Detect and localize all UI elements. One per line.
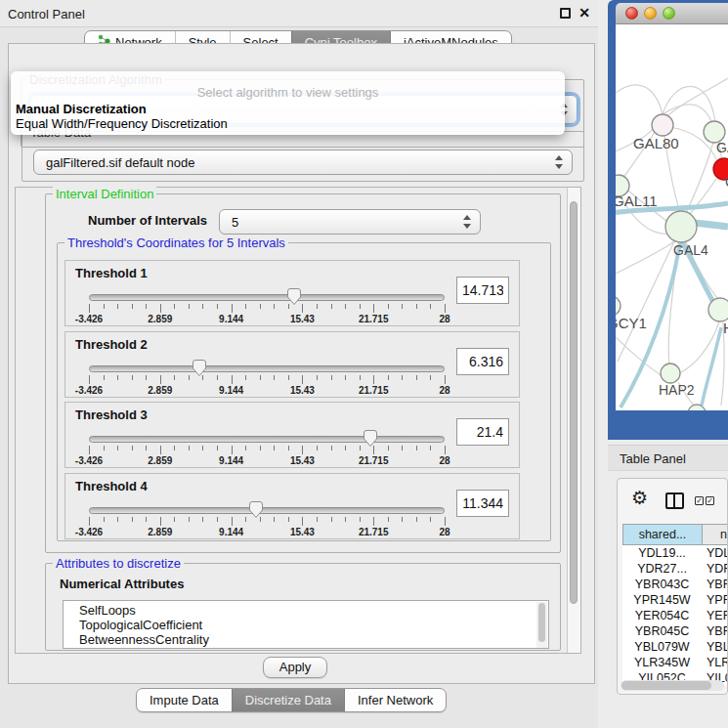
checkbox-icon[interactable]: ✓ <box>695 496 704 505</box>
network-edge[interactable] <box>666 78 728 117</box>
attribute-list-item[interactable]: SelfLoops <box>64 603 548 618</box>
network-view-window: GAL80GACGAL11GAL4GCY1HHAP2 <box>608 0 728 440</box>
network-node-hap2[interactable] <box>661 364 680 383</box>
threshold-1-slider-track[interactable] <box>89 294 445 301</box>
network-node-h[interactable] <box>708 298 728 321</box>
threshold-4-box: Threshold 4-3.4262.8599.14415.4321.71528 <box>64 473 520 539</box>
tick-mark <box>89 375 90 384</box>
network-window-titlebar[interactable] <box>616 3 728 24</box>
attribute-list-item[interactable]: TopologicalCoefficient <box>64 618 548 632</box>
threshold-2-slider-track[interactable] <box>89 365 445 372</box>
table-row[interactable]: YPR145WYPR1 <box>622 592 728 608</box>
tick-label: 21.715 <box>359 385 389 396</box>
zoom-traffic-light-icon[interactable] <box>663 7 675 20</box>
tick-mark <box>174 446 175 450</box>
tick-mark <box>416 517 417 522</box>
combo-stepper-icon[interactable] <box>462 215 471 229</box>
tick-label: 15.43 <box>290 385 315 396</box>
column-header-name[interactable]: na <box>702 524 728 545</box>
table-row[interactable]: YBR045CYBR0 <box>622 623 728 639</box>
table-row[interactable]: YDR27...YDR2 <box>622 561 728 577</box>
node-label: H <box>723 320 728 336</box>
network-edge[interactable] <box>616 241 674 274</box>
table-row[interactable]: YBR043CYBR0 <box>622 577 728 592</box>
tick-mark <box>245 517 246 522</box>
threshold-3-value-field[interactable] <box>456 418 509 446</box>
tick-label: -3.426 <box>75 314 103 324</box>
tab-impute-data[interactable]: Impute Data <box>137 689 232 711</box>
tick-mark <box>89 304 90 313</box>
attributes-list-scrollbar[interactable] <box>536 602 547 649</box>
cell-shared-name: YBL079W <box>622 639 702 655</box>
numerical-attributes-list[interactable]: SelfLoopsTopologicalCoefficientBetweenne… <box>63 600 549 649</box>
tick-mark <box>445 517 446 526</box>
tick-mark <box>104 304 105 309</box>
tick-mark <box>160 446 161 454</box>
node-label: GCY1 <box>616 315 647 331</box>
close-traffic-light-icon[interactable] <box>625 7 638 20</box>
table-data-combobox[interactable]: galFiltered.sif default node <box>33 150 573 175</box>
settings-vertical-scrollbar[interactable] <box>567 188 580 653</box>
tick-mark <box>217 446 218 450</box>
tick-mark <box>202 375 203 380</box>
tick-mark <box>317 304 318 309</box>
algorithm-popup-item[interactable]: Manual Discretization <box>16 102 147 116</box>
tab-discretize-data[interactable]: Discretize Data <box>232 689 344 711</box>
network-node-gcy1[interactable] <box>616 296 621 316</box>
tick-mark <box>402 517 403 522</box>
threshold-4-value-field[interactable] <box>456 490 509 517</box>
threshold-2-value-field[interactable] <box>456 348 509 375</box>
slider-ticks <box>89 446 445 455</box>
tick-mark <box>202 304 203 309</box>
gear-icon[interactable]: ⚙ <box>631 489 648 507</box>
checkbox-icon[interactable]: ✓ <box>706 496 714 505</box>
tick-mark <box>232 375 233 384</box>
tick-mark <box>331 517 332 522</box>
column-header-shared-name[interactable]: shared... <box>622 524 702 545</box>
table-row[interactable]: YDL19...YDL1 <box>622 545 728 561</box>
network-node-gal4[interactable] <box>665 211 697 242</box>
algorithm-popup-item[interactable]: Equal Width/Frequency Discretization <box>16 116 228 131</box>
cell-name: YBR0 <box>702 623 728 639</box>
combo-stepper-icon[interactable] <box>554 155 563 169</box>
cell-name: YBR0 <box>702 577 728 592</box>
threshold-4-slider-track[interactable] <box>89 507 445 514</box>
interval-definition-label: Interval Definition <box>53 187 156 201</box>
float-window-icon[interactable] <box>560 8 571 19</box>
number-of-intervals-value: 5 <box>232 215 238 230</box>
tick-label: 15.43 <box>290 527 315 537</box>
table-row[interactable]: YBL079WYBL0 <box>622 639 728 655</box>
thresholds-group-label: Threshold's Coordinates for 5 Intervals <box>64 236 288 250</box>
tick-mark <box>117 375 118 380</box>
tick-mark <box>189 304 190 309</box>
network-node-gal80[interactable] <box>652 114 673 136</box>
tick-mark <box>104 446 105 450</box>
slider-tick-labels: -3.4262.8599.14415.4321.71528 <box>89 455 445 466</box>
table-horizontal-scrollbar[interactable] <box>621 680 724 691</box>
number-of-intervals-label: Number of Intervals <box>85 213 210 228</box>
tick-mark <box>189 517 190 522</box>
network-canvas[interactable]: GAL80GACGAL11GAL4GCY1HHAP2 <box>616 24 728 410</box>
number-of-intervals-combobox[interactable]: 5 <box>219 209 481 235</box>
threshold-3-slider-track[interactable] <box>89 436 445 443</box>
tick-mark <box>317 446 318 450</box>
tick-mark <box>445 446 446 454</box>
tab-infer-network[interactable]: Infer Network <box>344 689 446 711</box>
slider-tick-labels: -3.4262.8599.14415.4321.71528 <box>89 527 445 537</box>
threshold-1-value-field[interactable] <box>456 277 509 304</box>
close-icon[interactable]: ✕ <box>578 5 590 21</box>
network-edge[interactable] <box>616 85 663 114</box>
minimize-traffic-light-icon[interactable] <box>644 7 657 20</box>
cell-shared-name: YBR045C <box>622 623 702 639</box>
split-panel-icon[interactable] <box>665 492 684 509</box>
tick-mark <box>430 375 431 380</box>
tick-mark <box>189 446 190 450</box>
attribute-list-item[interactable]: BetweennessCentrality <box>64 632 548 647</box>
tick-mark <box>132 304 133 309</box>
tick-label: 9.144 <box>219 527 243 537</box>
tick-mark <box>331 304 332 309</box>
tick-mark <box>373 446 374 454</box>
apply-button[interactable]: Apply <box>263 657 327 678</box>
table-row[interactable]: YER054CYER0 <box>622 608 728 623</box>
table-row[interactable]: YLR345WYLR3 <box>622 655 728 670</box>
